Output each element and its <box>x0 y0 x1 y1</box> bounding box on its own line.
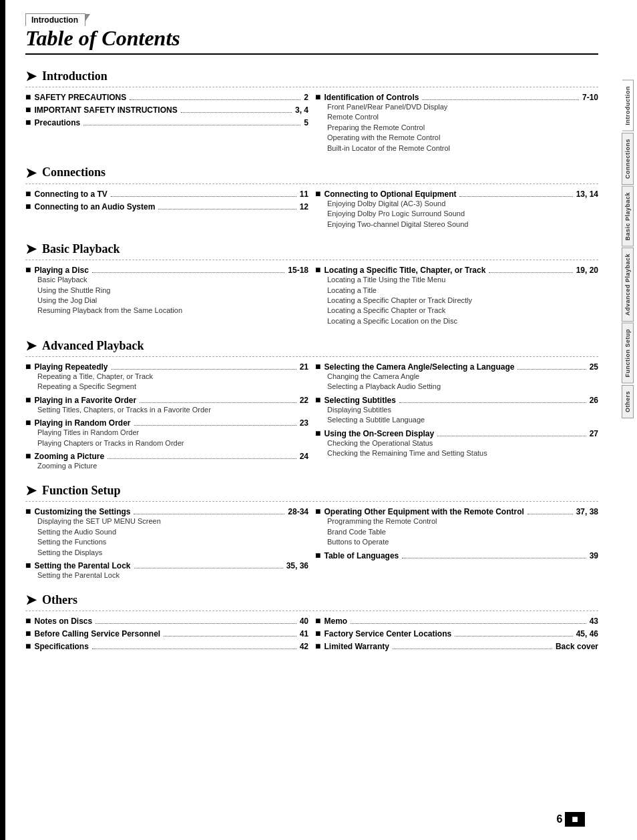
section-header-function-setup: ➤ Function Setup <box>25 482 598 498</box>
toc-bullet: ■ <box>315 264 321 275</box>
toc-entry-left-5-1: ■ Before Calling Service Personnel 41 <box>25 628 308 639</box>
toc-sub-item: Setting the Displays <box>37 548 308 558</box>
toc-dots <box>92 272 284 273</box>
toc-dots <box>517 369 586 370</box>
toc-entry-left-3-1: ■ Playing in a Favorite Order 22Setting … <box>25 394 308 415</box>
toc-columns-function-setup: ■ Customizing the Settings 28-34Displayi… <box>25 506 598 582</box>
toc-dots <box>527 514 573 514</box>
toc-sub-item: Built-in Locator of the Remote Control <box>327 143 598 153</box>
toc-page: 21 <box>300 362 308 372</box>
page-number: 6 ■ <box>556 812 585 827</box>
section-divider-function-setup <box>25 501 598 502</box>
section-arrow: ➤ <box>25 482 37 498</box>
toc-entry-left-0-0: ■ SAFETY PRECAUTIONS 2 <box>25 91 308 102</box>
toc-entry-left-5-2: ■ Specifications 42 <box>25 641 308 651</box>
toc-bullet: ■ <box>315 428 321 438</box>
toc-sub-item: Programming the Remote Control <box>327 516 598 526</box>
toc-sub-item: Preparing the Remote Control <box>327 123 598 133</box>
toc-right-col-others: ■ Memo 43■ Factory Service Center Locati… <box>315 615 598 653</box>
toc-entry-left-5-0: ■ Notes on Discs 40 <box>25 615 308 626</box>
toc-dots <box>130 99 300 100</box>
toc-sub-items: Enjoying Dolby Digital (AC-3) SoundEnjoy… <box>315 199 598 230</box>
toc-sub-items: Setting Titles, Chapters, or Tracks in a… <box>25 405 308 415</box>
toc-sub-items: Displaying the SET UP MENU ScreenSetting… <box>25 516 308 558</box>
toc-sub-item: Using the Shuttle Ring <box>37 286 308 296</box>
toc-entry-right-1-0: ■ Connecting to Optional Equipment 13, 1… <box>315 188 598 230</box>
tab-basic-playback[interactable]: Basic Playback <box>622 186 634 247</box>
toc-page: 37, 38 <box>576 507 598 516</box>
toc-sub-item: Repeating a Specific Segment <box>37 382 308 392</box>
toc-dots <box>489 272 572 273</box>
toc-entry-left-2-0: ■ Playing a Disc 15-18Basic PlaybackUsin… <box>25 264 308 316</box>
toc-sub-item: Basic Playback <box>37 275 308 285</box>
toc-item-text: Playing a Disc <box>34 266 88 275</box>
toc-entry-right-3-1: ■ Selecting Subtitles 26Displaying Subti… <box>315 394 598 426</box>
toc-entry-left-3-2: ■ Playing in Random Order 23Playing Titl… <box>25 417 308 448</box>
toc-item-text: Specifications <box>34 642 88 651</box>
toc-dots <box>402 558 586 558</box>
toc-entry-left-0-2: ■ Precautions 5 <box>25 117 308 127</box>
tab-advanced-playback[interactable]: Advanced Playback <box>622 248 634 322</box>
section-arrow: ➤ <box>25 338 37 354</box>
section-title-others: Others <box>42 593 77 607</box>
right-tabs: IntroductionConnectionsBasic PlaybackAdv… <box>618 0 637 840</box>
toc-left-col-others: ■ Notes on Discs 40■ Before Calling Serv… <box>25 615 308 653</box>
toc-bullet: ■ <box>25 104 31 115</box>
page-title: Table of Contents <box>25 26 598 55</box>
section-divider-connections <box>25 183 598 184</box>
toc-entry-right-3-0: ■ Selecting the Camera Angle/Selecting a… <box>315 361 598 392</box>
toc-page: 7-10 <box>582 93 598 102</box>
toc-columns-advanced-playback: ■ Playing Repeatedly 21Repeating a Title… <box>25 361 598 473</box>
toc-entry-right-4-0: ■ Operating Other Equipment with the Rem… <box>315 506 598 547</box>
toc-sub-item: Zooming a Picture <box>37 461 308 471</box>
toc-dots <box>83 125 300 125</box>
toc-sub-item: Enjoying Two-channel Digital Stereo Soun… <box>327 220 598 230</box>
toc-dots <box>134 425 296 426</box>
toc-dots <box>92 649 296 649</box>
toc-sub-item: Selecting a Subtitle Language <box>327 415 598 425</box>
tab-connections[interactable]: Connections <box>622 133 634 185</box>
toc-page: 3, 4 <box>295 105 308 115</box>
toc-item-text: Zooming a Picture <box>34 452 104 461</box>
toc-sub-item: Resuming Playback from the Same Location <box>37 306 308 316</box>
toc-sub-item: Setting the Functions <box>37 537 308 547</box>
toc-item-text: Memo <box>324 616 347 626</box>
toc-bullet: ■ <box>25 628 31 639</box>
toc-bullet: ■ <box>25 560 31 570</box>
section-header-advanced-playback: ➤ Advanced Playback <box>25 338 598 354</box>
toc-sub-item: Playing Chapters or Tracks in Random Ord… <box>37 438 308 448</box>
toc-item-text: Connecting to an Audio System <box>34 202 155 212</box>
main-content: Introduction Table of Contents ➤ Introdu… <box>5 0 618 840</box>
toc-entry-left-3-0: ■ Playing Repeatedly 21Repeating a Title… <box>25 361 308 392</box>
toc-sub-item: Checking the Remaining Time and Setting … <box>327 448 598 458</box>
toc-entry-right-4-1: ■ Table of Languages 39 <box>315 550 598 560</box>
toc-dots <box>455 636 572 637</box>
tab-function-setup[interactable]: Function Setup <box>622 323 634 384</box>
section-arrow: ➤ <box>25 592 37 608</box>
toc-bullet: ■ <box>25 188 31 199</box>
toc-dots <box>158 209 296 209</box>
toc-right-col-basic-playback: ■ Locating a Specific Title, Chapter, or… <box>315 264 598 328</box>
section-title-connections: Connections <box>42 165 105 179</box>
toc-dots <box>164 636 296 637</box>
toc-bullet: ■ <box>315 506 321 516</box>
toc-sub-item: Enjoying Dolby Digital (AC-3) Sound <box>327 199 598 209</box>
tab-others[interactable]: Others <box>622 385 634 418</box>
toc-item-text: IMPORTANT SAFETY INSTRUCTIONS <box>34 105 177 115</box>
toc-bullet: ■ <box>25 506 31 516</box>
section-divider-advanced-playback <box>25 356 598 357</box>
toc-sub-items: Setting the Parental Lock <box>25 570 308 580</box>
toc-left-col-function-setup: ■ Customizing the Settings 28-34Displayi… <box>25 506 308 582</box>
toc-page: 26 <box>590 396 598 405</box>
toc-right-col-introduction: ■ Identification of Controls 7-10Front P… <box>315 91 598 155</box>
toc-page: 12 <box>300 202 308 212</box>
toc-bullet: ■ <box>25 117 31 127</box>
toc-item-text: Selecting the Camera Angle/Selecting a L… <box>324 362 514 372</box>
toc-sub-item: Using the Jog Dial <box>37 296 308 306</box>
toc-dots <box>95 623 296 624</box>
toc-sub-item: Locating a Specific Location on the Disc <box>327 316 598 326</box>
toc-dots <box>181 112 292 113</box>
toc-dots <box>393 649 552 649</box>
tab-introduction[interactable]: Introduction <box>622 80 634 131</box>
page-container: Introduction Table of Contents ➤ Introdu… <box>0 0 637 840</box>
